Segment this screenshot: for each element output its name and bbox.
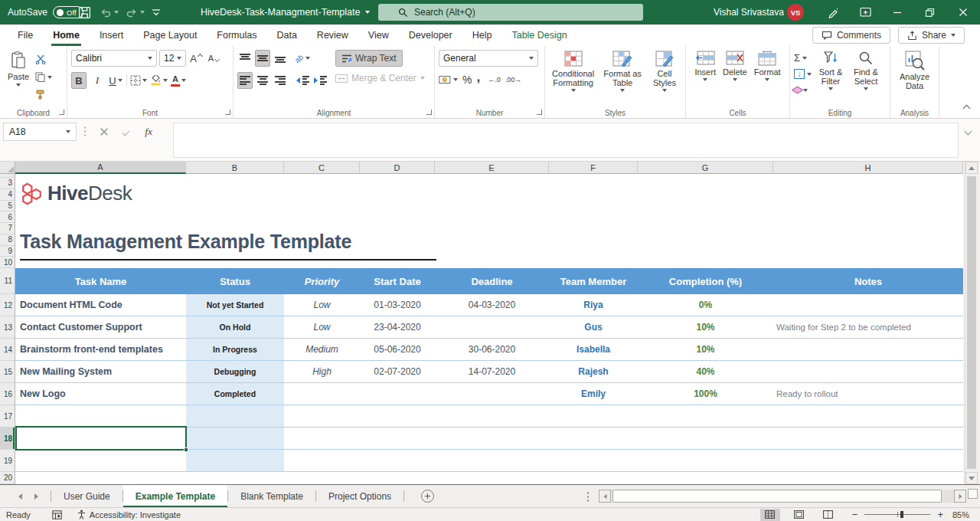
autosum-button[interactable]: Σ <box>794 51 812 64</box>
row-header-20[interactable]: 20 <box>0 472 15 484</box>
cell-status[interactable]: Not yet Started <box>186 294 284 316</box>
next-sheet-button[interactable] <box>34 493 38 500</box>
empty-cell[interactable] <box>549 405 638 427</box>
formula-bar-divider-handle[interactable] <box>83 126 87 138</box>
cell-notes[interactable]: Ready to rollout <box>773 383 963 405</box>
empty-cell[interactable] <box>773 405 963 427</box>
cell-completion[interactable]: 10% <box>638 316 773 338</box>
cell-priority[interactable]: High <box>284 361 360 382</box>
cell-priority[interactable]: Low <box>284 316 360 338</box>
header-team-member[interactable]: Team Member <box>549 268 638 294</box>
column-header-e[interactable]: E <box>435 162 549 174</box>
align-bottom-button[interactable] <box>273 50 288 67</box>
empty-cell[interactable] <box>549 428 638 449</box>
empty-cell[interactable] <box>773 428 963 449</box>
minimize-button[interactable] <box>885 0 910 25</box>
tab-data[interactable]: Data <box>266 25 306 46</box>
align-right-button[interactable] <box>273 72 288 89</box>
cell-task[interactable]: New Mailing System <box>15 361 186 382</box>
align-center-button[interactable] <box>255 72 270 89</box>
empty-cell[interactable] <box>638 428 773 449</box>
italic-button[interactable]: I <box>90 72 105 89</box>
cell-notes[interactable] <box>773 339 963 360</box>
tab-home[interactable]: Home <box>43 25 90 46</box>
cell-start-date[interactable]: 01-03-2020 <box>360 294 435 316</box>
sheet-tab-example-template[interactable]: Example Template <box>123 485 227 507</box>
tab-scrollbar-divider-handle[interactable] <box>586 491 590 502</box>
autosave-control[interactable]: AutoSave Off <box>8 0 83 25</box>
column-header-c[interactable]: C <box>284 162 360 174</box>
wrap-text-button[interactable]: Wrap Text <box>335 50 403 67</box>
increase-font-button[interactable]: A <box>188 50 204 67</box>
page-layout-view-button[interactable] <box>789 509 809 521</box>
zoom-slider-thumb[interactable] <box>900 511 903 518</box>
cell-completion[interactable]: 0% <box>638 294 773 316</box>
cell-status[interactable]: On Hold <box>186 316 284 338</box>
scroll-up-button[interactable] <box>965 162 978 174</box>
cell-start-date[interactable]: 02-07-2020 <box>360 361 435 382</box>
cell-completion[interactable]: 40% <box>638 361 773 382</box>
find-select-button[interactable]: Find & Select <box>850 50 882 106</box>
decrease-decimal-button[interactable]: .00→ <box>505 76 522 84</box>
decrease-indent-button[interactable] <box>295 72 310 89</box>
header-priority[interactable]: Priority <box>284 268 360 294</box>
header-status[interactable]: Status <box>186 268 284 294</box>
cell-priority[interactable] <box>284 383 360 405</box>
header-completion[interactable]: Completion (%) <box>638 268 773 294</box>
empty-cell[interactable] <box>435 405 549 427</box>
zoom-slider[interactable] <box>864 514 930 515</box>
cell-completion[interactable]: 10% <box>638 339 773 360</box>
cell-task[interactable]: Contact Customer Support <box>15 316 186 338</box>
row-header-12[interactable]: 12 <box>0 294 15 316</box>
user-name[interactable]: Vishal Srivastava <box>714 0 784 25</box>
collapse-ribbon-button[interactable] <box>963 105 971 113</box>
close-button[interactable] <box>951 0 975 25</box>
cell-priority[interactable]: Low <box>284 294 360 316</box>
font-color-button[interactable]: A <box>171 72 186 89</box>
document-title[interactable]: HiveDesk-Task-Managment-Template <box>201 0 370 25</box>
tab-formulas[interactable]: Formulas <box>207 25 266 46</box>
alignment-dialog-launcher[interactable] <box>426 110 432 115</box>
row-header-7[interactable]: 7 <box>0 223 15 234</box>
conditional-formatting-button[interactable]: Conditional Formatting <box>549 50 597 106</box>
column-header-b[interactable]: B <box>186 162 284 174</box>
previous-sheet-button[interactable] <box>18 493 22 500</box>
cell-team-member[interactable]: Gus <box>549 316 638 338</box>
cell-completion[interactable]: 100% <box>638 383 773 405</box>
accounting-format-button[interactable] <box>439 73 458 86</box>
empty-cell[interactable] <box>435 428 549 449</box>
cell-deadline[interactable]: 04-03-2020 <box>435 294 549 316</box>
fill-color-button[interactable] <box>150 72 168 89</box>
cell-team-member[interactable]: Isabella <box>549 339 638 360</box>
row-header-9[interactable]: 9 <box>0 246 15 257</box>
tab-page-layout[interactable]: Page Layout <box>133 25 207 46</box>
row-header-3[interactable]: 3 <box>0 178 15 189</box>
underline-button[interactable]: U <box>108 72 123 89</box>
empty-cell[interactable] <box>360 450 435 471</box>
tab-help[interactable]: Help <box>462 25 502 46</box>
normal-view-button[interactable] <box>760 509 780 521</box>
tab-developer[interactable]: Developer <box>399 25 462 46</box>
name-box[interactable]: A18 <box>3 123 77 141</box>
row-header-8[interactable]: 8 <box>0 234 15 246</box>
row-header-18[interactable]: 18 <box>0 428 15 450</box>
header-task-name[interactable]: Task Name <box>15 268 186 294</box>
macro-record-button[interactable] <box>52 510 62 519</box>
insert-cells-button[interactable]: Insert <box>693 50 717 106</box>
delete-cells-button[interactable]: Delete <box>721 50 749 106</box>
copy-button[interactable] <box>35 70 52 84</box>
empty-cell[interactable] <box>435 450 549 471</box>
tab-file[interactable]: File <box>8 25 43 46</box>
cell-deadline[interactable]: 30-06-2020 <box>435 339 549 360</box>
number-dialog-launcher[interactable] <box>537 110 542 115</box>
font-size-select[interactable]: 12 <box>159 50 186 67</box>
enter-button[interactable] <box>116 123 135 141</box>
row-header-10[interactable]: 10 <box>0 257 15 268</box>
format-as-table-button[interactable]: Format as Table <box>600 50 645 106</box>
cell-status[interactable]: In Progress <box>186 339 284 360</box>
paste-button[interactable]: Paste <box>4 50 33 88</box>
cell-status[interactable]: Debugging <box>186 361 284 382</box>
save-button[interactable] <box>78 0 91 25</box>
merge-center-button[interactable]: Merge & Center <box>335 73 425 84</box>
cell-deadline[interactable]: 14-07-2020 <box>435 361 549 382</box>
